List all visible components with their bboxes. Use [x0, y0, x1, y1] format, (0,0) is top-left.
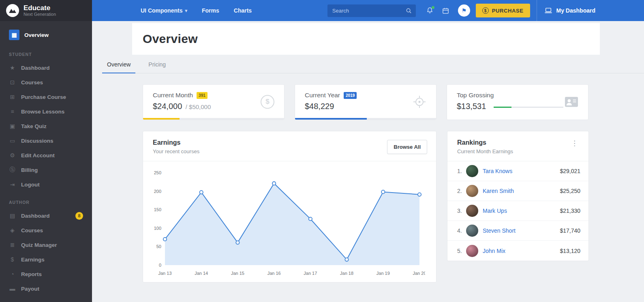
avatar: [466, 245, 478, 257]
ranking-row: 3. Mark Ups $21,330: [447, 201, 588, 221]
brand-mark-icon: [6, 4, 19, 17]
svg-text:50: 50: [156, 244, 161, 249]
menu-item-forms[interactable]: Forms: [202, 7, 219, 14]
dollar-circle-icon: Ⓢ: [9, 166, 16, 173]
svg-text:Jan 15: Jan 15: [231, 271, 244, 276]
sidebar-item-label: Reports: [21, 271, 42, 277]
dollar-circle-icon: $: [261, 95, 274, 109]
rank-number: 1.: [457, 168, 465, 174]
stat-card-row: Current Month 391 $24,000 / $50,000 $: [143, 84, 589, 120]
list-icon: ≡: [9, 108, 16, 115]
chat-icon: ▭: [9, 137, 16, 144]
sidebar-item-dashboard-student[interactable]: ★ Dashboard: [0, 60, 92, 75]
avatar: [466, 165, 478, 177]
rankings-card: Rankings Current Month Earnings ⋮ 1. Tar…: [447, 131, 589, 261]
sidebar-item-label: Courses: [21, 79, 43, 86]
flag-icon[interactable]: ⚑: [458, 4, 470, 17]
stat-value: $24,000: [153, 102, 182, 111]
top-navbar: UI Components ▾ Forms Charts: [92, 0, 644, 21]
pie-chart-icon: ◔: [9, 271, 16, 277]
dashboard-board: Current Month 391 $24,000 / $50,000 $: [143, 84, 589, 283]
sidebar-item-billing[interactable]: Ⓢ Billing: [0, 163, 92, 177]
sidebar-item-label: Dashboard: [21, 65, 50, 71]
sidebar-item-quiz-manager[interactable]: ≣ Quiz Manager: [0, 238, 92, 252]
svg-text:Jan 14: Jan 14: [195, 271, 208, 276]
earnings-card: Earnings Your recent courses Browse All …: [143, 131, 436, 283]
rank-number: 2.: [457, 188, 465, 194]
menu-item-ui-components[interactable]: UI Components ▾: [141, 7, 187, 14]
sidebar-item-payout[interactable]: ▬ Payout: [0, 281, 92, 296]
my-dashboard-link[interactable]: My Dashboard: [537, 7, 595, 14]
rank-amount: $25,250: [560, 188, 580, 194]
sidebar-item-purchase-course[interactable]: ⊞ Purchase Course: [0, 90, 92, 104]
sidebar-item-take-quiz[interactable]: ▣ Take Quiz: [0, 119, 92, 133]
sidebar-item-courses-student[interactable]: ⊡ Courses: [0, 75, 92, 90]
rank-number: 5.: [457, 248, 465, 254]
rank-name-link[interactable]: Steven Short: [483, 227, 516, 234]
sidebar-item-label: Dashboard: [21, 213, 50, 219]
brand-logo[interactable]: Educate Next Generation: [0, 0, 92, 21]
kebab-icon[interactable]: ⋮: [569, 139, 580, 148]
sidebar-item-discussions[interactable]: ▭ Discussions: [0, 133, 92, 148]
quiz-icon: ▣: [9, 123, 16, 129]
stat-card-current-month: Current Month 391 $24,000 / $50,000 $: [143, 84, 285, 120]
rank-name-link[interactable]: Tara Knows: [483, 168, 512, 174]
author-dashboard-badge: 8: [75, 212, 83, 220]
stat-target-value: / $50,000: [186, 103, 211, 110]
svg-text:Jan 20: Jan 20: [413, 271, 425, 276]
sidebar-item-courses-author[interactable]: ◈ Courses: [0, 223, 92, 238]
sidebar-item-dashboard-author[interactable]: ▤ Dashboard 8: [0, 208, 92, 223]
stat-title: Current Year: [305, 92, 340, 99]
rankings-header: Rankings Current Month Earnings ⋮: [447, 131, 588, 161]
target-icon: [413, 95, 426, 109]
rank-name-link[interactable]: Mark Ups: [483, 208, 507, 214]
charts-row: Earnings Your recent courses Browse All …: [143, 131, 589, 283]
purchase-label: PURCHASE: [492, 8, 524, 14]
sidebar-item-edit-account[interactable]: ⚙ Edit Account: [0, 148, 92, 163]
search-icon[interactable]: [406, 8, 412, 14]
sidebar-item-earnings[interactable]: $ Earnings: [0, 252, 92, 267]
navbar-icons: ⚑: [426, 4, 470, 17]
stat-title: Current Month: [153, 92, 193, 99]
sidebar-section-student: STUDENT: [0, 44, 92, 60]
id-card-icon: [565, 96, 578, 108]
sidebar-item-label: Purchase Course: [21, 94, 66, 100]
rank-name-link[interactable]: Karen Smith: [483, 188, 514, 194]
page-tabs: Overview Pricing: [102, 57, 644, 73]
purchase-button[interactable]: $ PURCHASE: [476, 4, 530, 17]
sidebar-item-label: Discussions: [21, 138, 53, 144]
sidebar-item-overview[interactable]: ▦ Overview: [0, 26, 92, 44]
layers-icon: ◈: [9, 227, 16, 233]
logout-icon: ⇥: [9, 181, 16, 188]
search-input[interactable]: [332, 8, 406, 14]
bell-icon[interactable]: [426, 7, 433, 14]
menu-label: Forms: [202, 7, 219, 14]
rank-name-link[interactable]: John Mix: [483, 248, 505, 254]
cart-icon: ⊞: [9, 94, 16, 100]
menu-item-charts[interactable]: Charts: [234, 7, 252, 14]
ranking-row: 4. Steven Short $17,740: [447, 221, 588, 241]
star-icon: ★: [9, 64, 16, 71]
brand-text: Educate Next Generation: [24, 4, 56, 17]
calendar-icon[interactable]: [442, 7, 449, 14]
sidebar-item-label: Logout: [21, 182, 40, 188]
sidebar-item-browse-lessons[interactable]: ≡ Browse Lessons: [0, 104, 92, 119]
svg-text:100: 100: [154, 226, 161, 231]
svg-text:Jan 17: Jan 17: [304, 271, 317, 276]
sidebar-item-label: Edit Account: [21, 152, 55, 158]
tab-pricing[interactable]: Pricing: [143, 57, 171, 73]
sidebar-item-logout[interactable]: ⇥ Logout: [0, 177, 92, 192]
svg-text:200: 200: [154, 189, 161, 194]
page-title: Overview: [143, 32, 198, 46]
earnings-subtitle: Your recent courses: [153, 148, 199, 154]
avatar: [466, 225, 478, 237]
sidebar-item-label: Courses: [21, 227, 43, 233]
gear-icon: ⚙: [9, 152, 16, 158]
browse-all-button[interactable]: Browse All: [387, 140, 427, 154]
rankings-titles: Rankings Current Month Earnings: [457, 139, 513, 154]
sidebar-item-reports[interactable]: ◔ Reports: [0, 267, 92, 281]
sidebar-item-label: Overview: [24, 32, 49, 38]
rank-number: 4.: [457, 227, 465, 234]
sidebar: Educate Next Generation ▦ Overview STUDE…: [0, 0, 92, 302]
tab-overview[interactable]: Overview: [102, 57, 135, 73]
